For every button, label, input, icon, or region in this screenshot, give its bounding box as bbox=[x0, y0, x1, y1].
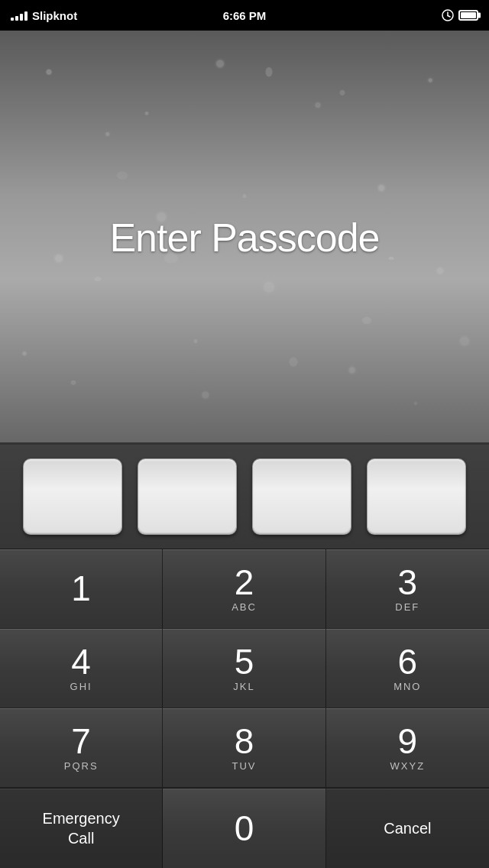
time-display: 6:66 PM bbox=[223, 9, 267, 22]
key-4-number: 4 bbox=[71, 644, 91, 679]
passcode-box-4 bbox=[367, 458, 466, 535]
key-4-button[interactable]: 4GHI bbox=[0, 629, 163, 708]
key-9-letters: WXYZ bbox=[390, 760, 426, 772]
clock-icon bbox=[442, 9, 454, 21]
carrier-label: Slipknot bbox=[32, 9, 77, 22]
key-0-number: 0 bbox=[235, 808, 254, 849]
key-3-letters: DEF bbox=[395, 601, 419, 613]
key-5-letters: JKL bbox=[233, 681, 254, 692]
passcode-title: Enter Passcode bbox=[109, 215, 379, 261]
key-3-number: 3 bbox=[398, 565, 418, 600]
key-9-number: 9 bbox=[398, 724, 418, 759]
key-7-button[interactable]: 7PQRS bbox=[0, 708, 163, 788]
key-2-letters: ABC bbox=[232, 601, 257, 613]
cancel-button[interactable]: Cancel bbox=[326, 789, 489, 868]
key-7-number: 7 bbox=[71, 724, 91, 759]
key-4-letters: GHI bbox=[70, 681, 92, 692]
key-9-button[interactable]: 9WXYZ bbox=[326, 708, 489, 788]
key-6-letters: MNO bbox=[393, 681, 421, 692]
key-3-button[interactable]: 3DEF bbox=[326, 549, 489, 629]
key-1-number: 1 bbox=[71, 571, 91, 606]
wallpaper-area: Enter Passcode bbox=[0, 31, 489, 445]
status-right bbox=[442, 9, 478, 21]
key-1-button[interactable]: 1 bbox=[0, 549, 163, 629]
signal-bars-icon bbox=[11, 10, 28, 21]
key-0-button[interactable]: 0 bbox=[163, 789, 325, 868]
key-2-button[interactable]: 2ABC bbox=[163, 549, 325, 629]
key-5-button[interactable]: 5JKL bbox=[163, 629, 325, 708]
key-8-button[interactable]: 8TUV bbox=[163, 708, 325, 788]
svg-line-2 bbox=[448, 16, 450, 18]
key-7-letters: PQRS bbox=[64, 760, 99, 772]
key-5-number: 5 bbox=[235, 644, 254, 679]
key-2-number: 2 bbox=[235, 565, 254, 600]
cancel-label: Cancel bbox=[384, 818, 431, 838]
app: Slipknot 6:66 PM Enter Passcode bbox=[0, 0, 489, 868]
number-grid: 12ABC3DEF4GHI5JKL6MNO7PQRS8TUV9WXYZ bbox=[0, 549, 489, 788]
key-8-number: 8 bbox=[235, 724, 254, 759]
emergency-call-label: EmergencyCall bbox=[43, 808, 120, 848]
key-6-button[interactable]: 6MNO bbox=[326, 629, 489, 708]
status-bar: Slipknot 6:66 PM bbox=[0, 0, 489, 31]
bottom-row: EmergencyCall 0 Cancel bbox=[0, 788, 489, 868]
passcode-input-row bbox=[0, 445, 489, 549]
passcode-box-1 bbox=[23, 458, 122, 535]
passcode-box-3 bbox=[252, 458, 351, 535]
keypad-area: 12ABC3DEF4GHI5JKL6MNO7PQRS8TUV9WXYZ Emer… bbox=[0, 445, 489, 868]
emergency-call-button[interactable]: EmergencyCall bbox=[0, 789, 163, 868]
passcode-box-2 bbox=[138, 458, 237, 535]
key-6-number: 6 bbox=[398, 644, 418, 679]
status-left: Slipknot bbox=[11, 9, 77, 22]
key-8-letters: TUV bbox=[232, 760, 256, 772]
battery-icon bbox=[458, 10, 478, 21]
